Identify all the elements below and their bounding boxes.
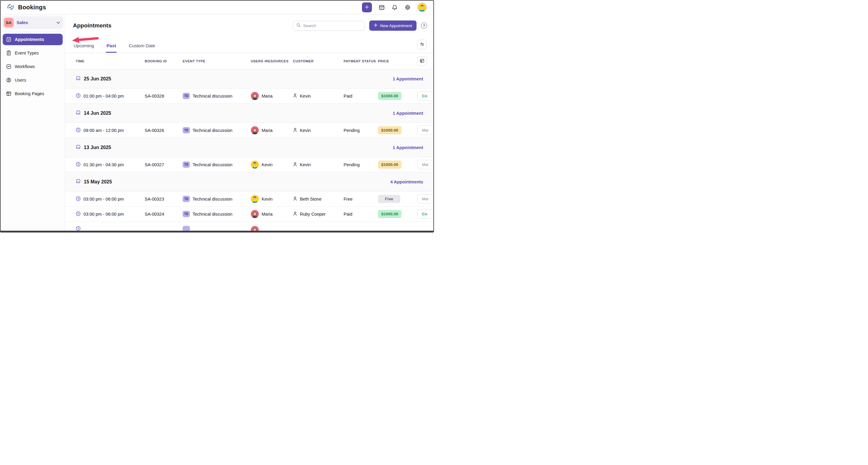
group-date: 15 May 2025: [84, 179, 112, 185]
sidebar-item-workflows[interactable]: Workflows: [3, 61, 63, 72]
payment-status-cell: Pending: [344, 128, 378, 133]
clock-icon: [76, 226, 81, 231]
price-cell: $1000.00: [378, 92, 417, 100]
tab-upcoming[interactable]: Upcoming: [73, 39, 95, 53]
user-name: Kevin: [261, 162, 273, 167]
main-panel: Appointments New Ap: [65, 14, 433, 231]
customer-name: Beth Stone: [300, 197, 321, 201]
sidebar-item-booking-pages[interactable]: Booking Pages: [3, 88, 63, 99]
table-row-partial[interactable]: [65, 222, 433, 231]
event-type-name: Technical discussion: [193, 128, 232, 133]
customer-cell: Beth Stone: [293, 196, 344, 202]
sidebar-nav: Appointments Event Types: [1, 34, 65, 99]
group-date: 25 Jun 2025: [84, 76, 111, 81]
active-tab-underline: [106, 52, 117, 53]
row-action-button[interactable]: Mar: [417, 160, 433, 169]
sidebar-item-users[interactable]: Users: [3, 74, 63, 86]
price-pill: $1000.00: [378, 92, 401, 100]
group-date-wrap: 15 May 2025: [76, 178, 112, 185]
booking-id-cell: SA-00323: [145, 197, 183, 201]
sidebar-item-label: Workflows: [15, 64, 35, 69]
group-date-wrap: 13 Jun 2025: [76, 144, 111, 151]
action-cell: Mar: [417, 126, 433, 135]
help-icon[interactable]: ?: [421, 23, 427, 29]
row-action-button[interactable]: Co: [417, 91, 433, 101]
column-header-payment-status: PAYMENT STATUS: [344, 59, 378, 63]
sidebar-item-appointments[interactable]: Appointments: [3, 34, 63, 45]
person-icon: [293, 93, 297, 99]
tab-past[interactable]: Past: [106, 39, 117, 53]
profile-avatar[interactable]: [417, 3, 427, 12]
payment-status: Paid: [344, 212, 352, 217]
calendar-check-icon: [6, 37, 11, 42]
row-action-button[interactable]: Mar: [417, 194, 433, 204]
calendar-date-icon: [76, 110, 81, 116]
action-cell: Co: [417, 91, 433, 101]
table-row[interactable]: 01:00 pm - 04:00 pm SA-00328 TD Technica…: [65, 89, 433, 104]
customer-name: Kevin: [300, 128, 311, 133]
header-actions: New Appointment ?: [293, 21, 427, 31]
price-cell: Free: [378, 195, 417, 203]
tab-label: Upcoming: [73, 43, 94, 48]
row-action-button[interactable]: Mar: [417, 126, 433, 135]
tab-label: Past: [107, 43, 116, 48]
workspace-selector[interactable]: SA Sales: [2, 16, 63, 29]
event-type-name: Technical discussion: [193, 162, 232, 167]
row-action-button[interactable]: Co: [417, 209, 433, 219]
time-cell: 09:00 am - 12:00 pm: [76, 127, 145, 133]
bookings-logo-icon: [6, 2, 15, 13]
clock-icon: [76, 211, 81, 217]
customer-cell: Kevin: [293, 128, 344, 133]
customer-cell: Kevin: [293, 93, 344, 99]
payment-status: Pending: [344, 128, 360, 133]
user-avatar: [251, 195, 259, 203]
price-cell: $1000.00: [378, 210, 417, 218]
table-row[interactable]: 01:30 pm - 04:30 pm SA-00327 TD Technica…: [65, 157, 433, 172]
sidebar-item-event-types[interactable]: Event Types: [3, 47, 63, 59]
price-pill: $1000.00: [378, 161, 401, 169]
payment-status: Paid: [344, 94, 352, 98]
new-appointment-label: New Appointment: [380, 24, 412, 28]
user-name: Maria: [261, 128, 273, 133]
customer-cell: Ruby Cooper: [293, 211, 344, 217]
manage-columns-button[interactable]: [417, 56, 427, 66]
price-pill: $1000.00: [378, 210, 401, 218]
column-header-booking-id: BOOKING ID: [145, 59, 183, 63]
group-count: 1 Appointment: [393, 76, 423, 81]
booking-id-cell: SA-00328: [145, 94, 183, 98]
group-count: 4 Appointments: [390, 179, 423, 184]
gear-icon[interactable]: [404, 4, 411, 10]
search-input[interactable]: [303, 24, 361, 28]
action-cell: Co: [417, 209, 433, 219]
new-appointment-button[interactable]: New Appointment: [369, 21, 416, 31]
person-icon: [293, 162, 297, 167]
table-row[interactable]: 03:00 pm - 06:00 pm SA-00324 TD Technica…: [65, 207, 433, 222]
event-type-name: Technical discussion: [193, 212, 232, 217]
price-cell: $1000.00: [378, 126, 417, 134]
table-row[interactable]: 09:00 am - 12:00 pm SA-00326 TD Technica…: [65, 123, 433, 138]
event-type-badge: TD: [183, 196, 190, 202]
event-type-badge: [183, 226, 190, 231]
sidebar: SA Sales Appointments: [1, 14, 65, 231]
bookings-app-window: Bookings: [0, 0, 434, 232]
group-date: 14 Jun 2025: [84, 110, 111, 116]
date-group-header: 25 Jun 2025 1 Appointment: [65, 69, 433, 89]
bell-icon[interactable]: [392, 4, 398, 10]
group-date: 13 Jun 2025: [84, 145, 111, 150]
topbar-actions: [362, 2, 427, 12]
event-type-cell: TD Technical discussion: [183, 127, 251, 133]
booking-id-cell: SA-00324: [145, 212, 183, 217]
appointments-table-body: 25 Jun 2025 1 Appointment 01:00 pm - 04:…: [65, 69, 433, 222]
calendar-icon[interactable]: [378, 4, 385, 10]
person-icon: [293, 196, 297, 202]
calendar-date-icon: [76, 144, 81, 151]
tab-custom-date[interactable]: Custom Date: [128, 39, 156, 53]
sidebar-item-label: Booking Pages: [15, 91, 44, 96]
add-button[interactable]: [362, 2, 372, 12]
filter-button[interactable]: [417, 40, 427, 49]
table-row[interactable]: 03:00 pm - 06:00 pm SA-00323 TD Technica…: [65, 192, 433, 207]
tabs-row: Upcoming Past Custom Date: [65, 37, 433, 53]
app-title: Bookings: [18, 4, 46, 11]
column-header-price: PRICE: [378, 59, 417, 63]
event-type-cell: TD Technical discussion: [183, 211, 251, 217]
